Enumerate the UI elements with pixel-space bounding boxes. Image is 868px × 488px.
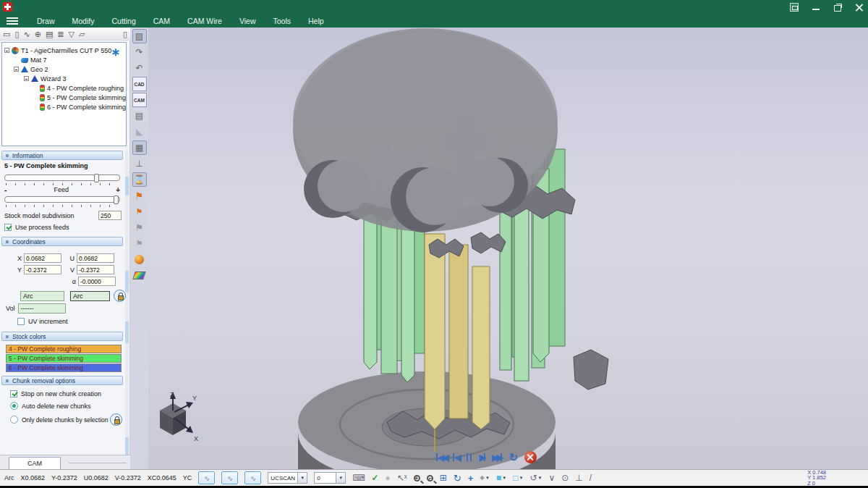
shaded-view-icon[interactable]: ■▼ <box>496 473 506 483</box>
menu-cutting[interactable]: Cutting <box>103 15 144 27</box>
stock-layers-icon[interactable]: ▤ <box>132 109 147 123</box>
close-button[interactable] <box>855 3 864 12</box>
tree-item-op5[interactable]: 5 - PW Complete skimming <box>2 93 126 102</box>
y-input[interactable] <box>24 265 61 274</box>
pyramid-icon[interactable]: ◣ <box>132 125 147 139</box>
snap-mode-2-button[interactable]: ∿ <box>221 471 238 484</box>
menu-view[interactable]: View <box>231 15 265 27</box>
lock-button[interactable] <box>114 290 126 302</box>
collapse-icon[interactable] <box>24 76 29 81</box>
eraser-icon[interactable]: ▱ <box>79 29 85 39</box>
ucs-dropdown[interactable]: UCSCAN ▼ <box>268 472 307 484</box>
wireframe-view-icon[interactable]: □▼ <box>513 473 523 483</box>
only-delete-radio[interactable] <box>10 416 18 424</box>
hamburger-menu-icon[interactable] <box>7 17 18 25</box>
filter-icon[interactable]: ▽ <box>69 29 75 39</box>
slider-thumb[interactable] <box>114 195 119 204</box>
cancel-select-icon[interactable]: ↖ˣ <box>397 473 407 483</box>
stop-button[interactable] <box>524 451 537 463</box>
stock-color-row-skim1[interactable]: 5 - PW Complete skimming <box>6 354 122 363</box>
stop-chunk-checkbox[interactable] <box>10 390 17 397</box>
information-header[interactable]: » Information <box>1 151 123 160</box>
menu-cam-wire[interactable]: CAM Wire <box>179 15 231 27</box>
axis-view-icon[interactable]: ⌖▼ <box>480 473 490 483</box>
panel-toggle-icon[interactable]: ▯ <box>123 29 127 39</box>
tree-item-geometry[interactable]: Geo 2 <box>2 64 126 74</box>
tree-item-machine[interactable]: T1 - AgieCharmilles CUT P 550 <box>2 46 126 55</box>
keyboard-icon[interactable]: ⌨ <box>352 473 365 483</box>
speed-slider[interactable] <box>4 174 120 181</box>
v-input[interactable] <box>77 265 114 274</box>
skip-end-button[interactable]: ▶▶ <box>492 452 502 463</box>
menu-draw[interactable]: Draw <box>28 15 64 27</box>
sphere-shade-icon[interactable] <box>132 252 147 266</box>
3d-viewport[interactable]: Z Y X ◀◀ ◀ ▶ ▶▶ ↻ <box>148 28 868 469</box>
chunk-options-header[interactable]: » Chunk removal options <box>1 376 123 385</box>
record-disabled-icon[interactable]: ● <box>386 473 391 483</box>
menu-cam[interactable]: CAM <box>145 15 179 27</box>
hourglass-sim-icon[interactable]: ⌛ <box>132 172 147 187</box>
orbit-view-icon[interactable]: ↺▼ <box>529 473 542 483</box>
zoom-in-icon[interactable]: + <box>414 475 420 481</box>
wire-back-icon[interactable]: ↶ <box>132 61 147 75</box>
collapse-icon[interactable] <box>4 48 9 53</box>
printer-icon[interactable]: ≣ <box>57 29 64 39</box>
rotate-view-icon[interactable]: ↻ <box>454 473 461 484</box>
x-input[interactable] <box>24 253 61 263</box>
skip-start-button[interactable]: ◀◀ <box>436 452 446 463</box>
flag-start-icon[interactable]: ⚑ <box>132 188 147 203</box>
feed-slider[interactable] <box>4 196 120 203</box>
wire-guide-icon[interactable]: ⊥ <box>132 156 147 171</box>
pin-window-icon[interactable] <box>790 3 799 12</box>
workpiece-sim-icon[interactable]: ▦ <box>132 140 147 155</box>
alpha-input[interactable] <box>78 277 116 286</box>
stock-color-row-roughing[interactable]: 4 - PW Complete roughing <box>6 345 122 353</box>
flag-stop-icon[interactable]: ⚑ <box>132 204 147 219</box>
stock-color-row-skim2[interactable]: 6 - PW Complete skimming <box>6 363 122 372</box>
snap-mode-3-button[interactable]: ∿ <box>244 471 261 484</box>
step-back-button[interactable]: ◀ <box>453 452 459 463</box>
u-input[interactable] <box>77 253 114 263</box>
uv-increment-checkbox[interactable] <box>17 318 25 325</box>
tree-item-wizard[interactable]: Wizard 3 <box>2 74 126 83</box>
stock-colors-header[interactable]: » Stock colors <box>1 332 123 341</box>
menu-help[interactable]: Help <box>299 15 333 27</box>
use-process-feeds-checkbox[interactable] <box>4 224 12 231</box>
stock-subdivision-input[interactable] <box>98 211 122 220</box>
cad-view-icon[interactable]: CAD <box>132 77 147 91</box>
wire-forward-icon[interactable]: ↷ <box>132 45 147 59</box>
layer-combo[interactable]: 0 ▼ <box>314 472 346 484</box>
confirm-icon[interactable]: ✓ <box>371 473 378 483</box>
chevron-tool-icon[interactable]: ∨ <box>548 473 555 483</box>
zoom-window-icon[interactable] <box>427 475 433 481</box>
minimize-button[interactable] <box>812 3 820 12</box>
cam-view-icon[interactable]: CAM <box>132 93 147 107</box>
tree-item-material[interactable]: Mat 7 <box>2 55 126 64</box>
color-swatch-icon[interactable] <box>132 268 147 282</box>
render-view-icon[interactable]: ▨ <box>132 29 147 43</box>
step-forward-button[interactable]: ▶ <box>480 452 485 463</box>
snap-mode-1-button[interactable]: ∿ <box>198 471 215 484</box>
wire-path-icon[interactable]: ∿ <box>23 29 30 39</box>
tree-item-op4[interactable]: 4 - PW Complete roughing <box>2 83 126 93</box>
tree-item-op6[interactable]: 6 - PW Complete skimming <box>2 102 126 112</box>
replay-button[interactable]: ↻ <box>509 452 518 463</box>
report-icon[interactable]: ▤ <box>46 29 53 39</box>
perpendicular-snap-icon[interactable]: ⊥ <box>575 473 582 483</box>
collapse-icon[interactable] <box>14 67 19 72</box>
circle-snap-icon[interactable]: ⊙ <box>561 473 569 483</box>
flag-disabled-icon[interactable]: ⚑ <box>132 236 147 251</box>
menu-modify[interactable]: Modify <box>64 15 103 27</box>
restore-button[interactable] <box>833 3 842 12</box>
pan-view-icon[interactable]: + <box>468 473 474 484</box>
fit-view-icon[interactable]: ⊞ <box>440 473 447 483</box>
globe-icon[interactable]: ⊕ <box>35 29 41 39</box>
tab-cam[interactable]: CAM <box>9 457 61 469</box>
delete-icon[interactable]: ▯ <box>14 29 19 39</box>
pause-button[interactable] <box>466 453 473 461</box>
selection-lock-button[interactable] <box>110 413 122 426</box>
monitor-icon[interactable]: ▭ <box>3 29 10 39</box>
coordinates-header[interactable]: » Coordinates <box>1 237 123 246</box>
flag-wire-icon[interactable]: ⚑ <box>132 220 147 235</box>
slider-thumb[interactable] <box>94 174 99 182</box>
